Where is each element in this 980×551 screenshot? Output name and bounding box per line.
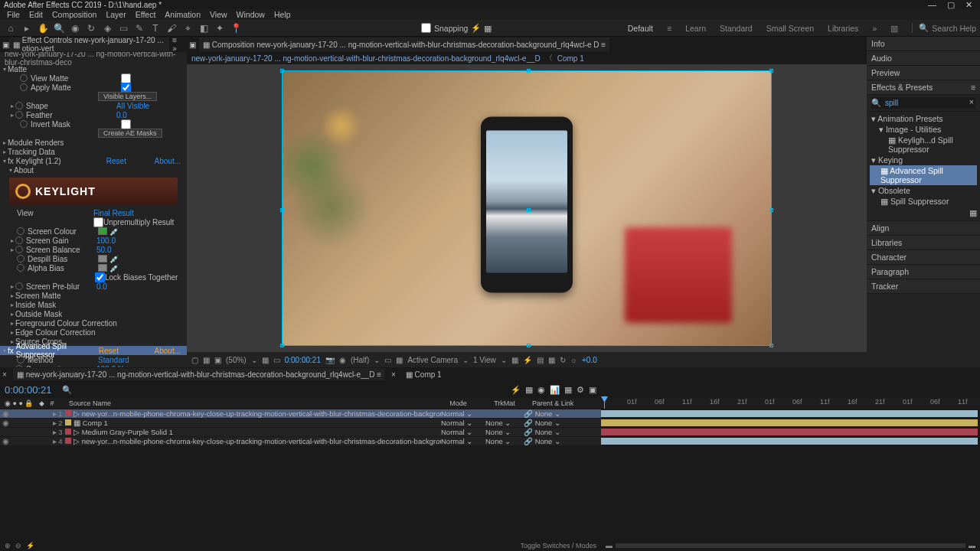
search-icon[interactable]: 🔍	[62, 385, 72, 395]
menu-composition[interactable]: Composition	[47, 10, 101, 19]
effects-presets-header[interactable]: Effects & Presets≡	[867, 80, 980, 95]
workspace-small-screen[interactable]: Small Screen	[766, 24, 814, 33]
workspace-standard[interactable]: Standard	[720, 24, 753, 33]
timeline-layer[interactable]: ◉ ▸ 2 ▦ Comp 1 Normal ⌄ None ⌄ 🔗 None ⌄	[0, 418, 980, 427]
info-panel-header[interactable]: Info	[867, 37, 980, 51]
tree-advanced-spill-suppressor[interactable]: ▦ Advanced Spill Suppressor	[870, 165, 977, 185]
eyedropper-icon[interactable]: 💉	[109, 227, 119, 236]
menu-file[interactable]: File	[2, 10, 24, 19]
track-matte-dropdown[interactable]: None ⌄	[485, 428, 524, 436]
blend-mode-dropdown[interactable]: Normal ⌄	[441, 437, 485, 445]
snap-options-icon[interactable]: ▦	[484, 24, 492, 33]
layer-bar[interactable]	[601, 419, 978, 426]
audio-panel-header[interactable]: Audio	[867, 51, 980, 66]
stopwatch-icon[interactable]	[15, 102, 23, 109]
label-color[interactable]	[65, 419, 71, 425]
res-chevron-icon[interactable]: ⌄	[374, 356, 380, 364]
workspace-default[interactable]: Default	[628, 24, 653, 33]
roto-tool[interactable]: ✦	[213, 21, 227, 35]
keylight-reset[interactable]: Reset	[106, 157, 126, 165]
parent-dropdown[interactable]: 🔗 None ⌄	[524, 419, 593, 427]
apply-matte-checkbox[interactable]	[121, 83, 131, 93]
type-tool[interactable]: T	[149, 21, 162, 35]
label-color[interactable]	[65, 429, 71, 435]
tab-close-icon[interactable]: ×	[391, 370, 396, 379]
toggle-switches-modes[interactable]: Toggle Switches / Modes	[520, 542, 596, 549]
stopwatch-icon[interactable]	[15, 365, 23, 367]
layer-name[interactable]: ▦ Comp 1	[74, 419, 441, 427]
screen-balance-value[interactable]: 50.0	[96, 246, 111, 254]
selection-tool[interactable]: ▸	[20, 21, 34, 35]
tracking-data-group[interactable]: Tracking Data	[0, 147, 187, 156]
keylight-effect-header[interactable]: fxKeylight (1.2)ResetAbout...	[0, 156, 187, 165]
parent-dropdown[interactable]: 🔗 None ⌄	[524, 409, 593, 418]
stopwatch-icon[interactable]	[17, 264, 24, 272]
flowchart-button-icon[interactable]: ▦	[548, 356, 555, 364]
frame-blend-toggle-icon[interactable]: ⚡	[26, 542, 34, 549]
show-snapshot-icon[interactable]: ◉	[339, 356, 346, 364]
motion-blur-icon[interactable]: ◉	[537, 385, 545, 394]
workspace-learn[interactable]: Learn	[685, 24, 706, 33]
work-area-start-icon[interactable]: ▬	[606, 542, 612, 549]
tree-image-utilities[interactable]: ▾ Image - Utilities	[870, 124, 977, 135]
tree-preset-keylight-spill[interactable]: ▦ Keyligh...d Spill Suppressor	[870, 135, 977, 155]
stopwatch-icon[interactable]	[17, 356, 24, 364]
switches-column-header[interactable]: ◉ ● ● 🔒 ◆ #	[0, 399, 69, 407]
clone-tool[interactable]: ⌖	[181, 21, 194, 35]
paragraph-panel-header[interactable]: Paragraph	[867, 265, 980, 279]
parent-dropdown[interactable]: 🔗 None ⌄	[524, 428, 593, 436]
create-ae-masks-button[interactable]: Create AE Masks	[98, 129, 162, 138]
transform-handle[interactable]	[280, 344, 284, 347]
shape-dropdown[interactable]: All Visible	[116, 102, 149, 110]
frame-icon[interactable]: ▭	[273, 356, 280, 364]
visible-layers-button[interactable]: Visible Layers...	[98, 92, 157, 101]
transform-handle[interactable]	[527, 344, 531, 347]
zoom-tool[interactable]: 🔍	[52, 21, 66, 35]
workspace-reset-icon[interactable]: ▥	[890, 24, 898, 33]
stopwatch-icon[interactable]	[15, 111, 23, 119]
transform-handle[interactable]	[280, 69, 284, 73]
screen-colour-swatch[interactable]	[98, 227, 107, 235]
hand-tool[interactable]: ✋	[36, 21, 50, 35]
transform-handle[interactable]	[527, 69, 531, 73]
anchor-point[interactable]	[527, 208, 531, 212]
menu-help[interactable]: Help	[270, 10, 296, 19]
tree-keying[interactable]: ▾ Keying	[870, 155, 977, 165]
lock-biases-checkbox[interactable]	[95, 272, 105, 282]
transform-handle[interactable]	[769, 69, 773, 73]
ass-about[interactable]: About...	[155, 347, 181, 355]
stopwatch-icon[interactable]	[17, 255, 24, 262]
character-panel-header[interactable]: Character	[867, 250, 980, 265]
tree-obsolete[interactable]: ▾ Obsolete	[870, 185, 977, 196]
module-renders-group[interactable]: Module Renders	[0, 138, 187, 147]
zoom-in-icon[interactable]: ⊕	[5, 542, 11, 549]
stopwatch-icon[interactable]	[15, 236, 23, 244]
keylight-about[interactable]: About...	[155, 157, 181, 165]
brush-tool[interactable]: 🖌	[165, 21, 178, 35]
stopwatch-icon[interactable]	[15, 282, 23, 290]
channel-icon[interactable]: ▦	[203, 356, 210, 364]
menu-effect[interactable]: Effect	[131, 10, 161, 19]
exposure-icon[interactable]: ☼	[570, 356, 577, 364]
menu-view[interactable]: View	[205, 10, 232, 19]
timeline-zoom-slider[interactable]	[616, 543, 965, 548]
views-dropdown[interactable]: 1 View	[473, 356, 496, 364]
new-bin-icon[interactable]: ▦	[870, 207, 977, 219]
layer-bar[interactable]	[601, 438, 978, 445]
visibility-toggle[interactable]: ◉	[0, 409, 11, 418]
invert-mask-checkbox[interactable]	[121, 119, 131, 129]
layer-bar[interactable]	[601, 410, 978, 417]
anchor-tool[interactable]: ◈	[100, 21, 114, 35]
label-color[interactable]	[65, 438, 71, 444]
draft-3d-icon[interactable]: ▦	[564, 385, 572, 394]
workspace-libraries[interactable]: Libraries	[828, 24, 858, 33]
timeline-layer[interactable]: ◉ ▸ 4 ▷ new-yor...n-mobile-phone-chroma-…	[0, 436, 980, 445]
snapshot-icon[interactable]: 📷	[325, 356, 335, 364]
blend-mode-dropdown[interactable]: Normal ⌄	[441, 409, 485, 418]
feather-value[interactable]: 0.0	[116, 111, 127, 119]
crumb-1[interactable]: new-york-january-17-20 ... ng-motion-ver…	[191, 54, 541, 63]
layer-name[interactable]: ▷ new-yor...n-mobile-phone-chroma-key-cl…	[74, 409, 441, 418]
transform-handle[interactable]	[769, 344, 773, 347]
alpha-icon[interactable]: ▢	[191, 356, 198, 364]
mask-icon[interactable]: ▣	[214, 356, 221, 364]
